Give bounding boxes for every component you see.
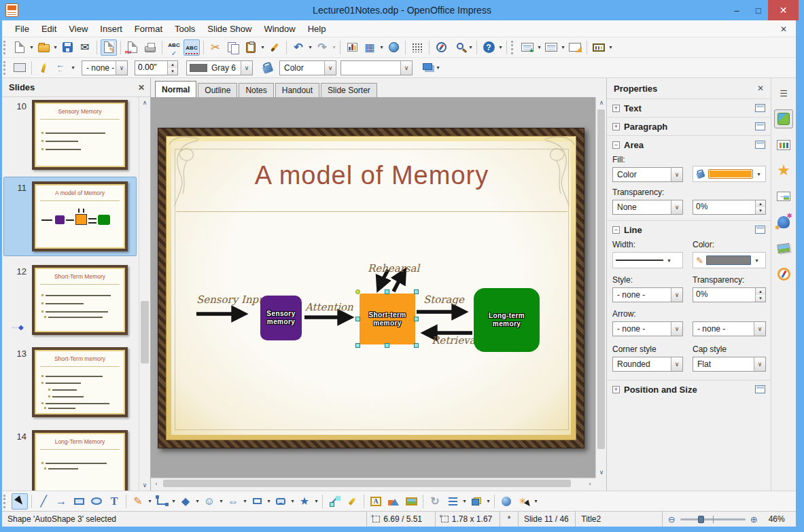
callouts-dropdown-icon[interactable]: ▾	[290, 498, 296, 504]
tab-master-pages[interactable]	[774, 135, 793, 154]
help-button[interactable]: ?	[480, 39, 497, 56]
slide-14-thumbnail[interactable]: Long-Term Memory	[32, 430, 128, 491]
collapse-icon[interactable]: −	[612, 226, 620, 234]
rectangle-tool-button[interactable]	[71, 493, 87, 510]
close-button[interactable]: ✕	[768, 0, 799, 20]
line-dialog-launcher-icon[interactable]	[755, 226, 765, 234]
insert-chart-button[interactable]	[344, 39, 360, 56]
menu-view[interactable]: View	[63, 22, 94, 36]
line-style-combobox[interactable]: - none -∨	[82, 60, 128, 75]
arrow-style-dropdown-icon[interactable]: ▾	[70, 65, 76, 71]
zoom-slider-thumb[interactable]	[698, 516, 704, 523]
toolbar-grip[interactable]	[3, 495, 8, 508]
select-tool-button[interactable]	[12, 493, 28, 510]
slide-design-button[interactable]	[567, 39, 583, 56]
new-document-button[interactable]	[12, 39, 28, 56]
redo-button[interactable]: ↷	[314, 39, 330, 56]
styles-formatting-button[interactable]	[12, 60, 28, 76]
menu-help[interactable]: Help	[302, 22, 332, 36]
glue-points-button[interactable]	[344, 493, 360, 510]
scroll-up-icon[interactable]: ∧	[139, 97, 150, 108]
curve-dropdown-icon[interactable]: ▾	[147, 498, 153, 504]
zoom-button[interactable]	[451, 39, 467, 56]
basic-shapes-dropdown-icon[interactable]: ▾	[194, 498, 200, 504]
alignment-button[interactable]	[444, 493, 461, 510]
toolbar-overflow-icon[interactable]: ▾	[497, 44, 504, 50]
edit-file-button[interactable]: ✎	[101, 39, 117, 56]
slide-editing-surface[interactable]: A model of Memory	[158, 128, 584, 448]
navigator-button[interactable]	[433, 39, 449, 56]
tab-gallery[interactable]	[774, 238, 793, 258]
new-document-dropdown-icon[interactable]: ▾	[29, 44, 35, 50]
zoom-out-icon[interactable]: ⊖	[668, 514, 676, 525]
symbol-shapes-dropdown-icon[interactable]: ▾	[218, 498, 224, 504]
callouts-button[interactable]	[273, 493, 289, 510]
menu-slideshow[interactable]: Slide Show	[201, 22, 258, 36]
line-color-combobox[interactable]: Gray 6∨	[186, 60, 253, 75]
line-width-picker[interactable]: ▾	[612, 252, 683, 268]
sensory-input-label[interactable]: Sensory Input	[196, 294, 269, 306]
tab-normal[interactable]: Normal	[155, 81, 196, 97]
fontwork-button[interactable]: A	[368, 493, 384, 510]
slide-12-thumbnail[interactable]: Short-Term Memory	[32, 265, 128, 335]
selection-handle-top-left[interactable]	[355, 289, 360, 294]
export-pdf-button[interactable]: PDF	[124, 39, 141, 56]
arrow-start-select[interactable]: - none -∨	[612, 321, 683, 336]
slide-thumbnail-row[interactable]: 12 Short-Term Memory ◆	[2, 265, 139, 341]
tab-handout[interactable]: Handout	[275, 83, 319, 97]
slides-panel-scrollbar[interactable]: ∧ ∨	[139, 97, 150, 491]
ellipse-tool-button[interactable]	[88, 493, 105, 510]
storage-label[interactable]: Storage	[423, 294, 464, 306]
fill-color-picker[interactable]: ▾	[693, 166, 766, 182]
line-style-select[interactable]: - none -∨	[612, 287, 683, 302]
sidebar-menu-icon[interactable]: ☰	[774, 84, 793, 103]
display-grid-button[interactable]	[409, 39, 425, 56]
line-transparency-spinner[interactable]: 0% ▲▼	[693, 287, 766, 302]
hyperlink-button[interactable]	[385, 39, 402, 56]
toolbar-grip[interactable]	[511, 41, 516, 54]
stars-dropdown-icon[interactable]: ▾	[313, 498, 319, 504]
insert-table-button[interactable]: ▦	[362, 39, 378, 56]
undo-dropdown-icon[interactable]: ▾	[307, 44, 313, 50]
scroll-down-icon[interactable]: ∨	[596, 467, 607, 478]
fill-type-select[interactable]: Color∨	[612, 167, 683, 182]
expand-icon[interactable]: +	[612, 105, 620, 112]
position-size-dialog-launcher-icon[interactable]	[755, 385, 765, 393]
print-button[interactable]	[142, 39, 158, 56]
menu-tools[interactable]: Tools	[169, 22, 201, 36]
slide-thumbnail-row[interactable]: 14 Long-Term Memory	[2, 430, 139, 491]
tab-slide-transition[interactable]	[774, 187, 793, 206]
slide-thumbnail-row[interactable]: 11 A model of Memory	[2, 181, 139, 258]
toolbar-grip[interactable]	[3, 41, 8, 54]
curve-tool-button[interactable]: ✎	[130, 493, 146, 510]
scrollbar-thumb[interactable]	[597, 109, 605, 449]
tab-styles[interactable]	[774, 213, 793, 232]
line-button[interactable]	[35, 60, 52, 76]
arrow-end-select[interactable]: - none -∨	[693, 321, 766, 336]
selection-handle-right[interactable]	[414, 317, 419, 321]
menu-file[interactable]: File	[9, 22, 35, 36]
stars-button[interactable]: ★	[296, 493, 313, 510]
shadow-button[interactable]	[418, 60, 434, 76]
corner-style-select[interactable]: Rounded∨	[612, 357, 683, 372]
insert-picture-button[interactable]	[403, 493, 419, 510]
copy-button[interactable]	[225, 39, 241, 56]
menu-edit[interactable]: Edit	[35, 22, 63, 36]
menu-insert[interactable]: Insert	[94, 22, 128, 36]
rotate-button[interactable]: ↻	[427, 493, 443, 510]
selection-handle-left[interactable]	[355, 317, 360, 321]
format-paintbrush-button[interactable]	[266, 39, 283, 56]
tab-properties[interactable]	[774, 109, 793, 128]
undo-button[interactable]: ↶	[290, 39, 307, 56]
selection-handle-bottom-right[interactable]	[414, 343, 419, 348]
alignment-dropdown-icon[interactable]: ▾	[461, 498, 468, 504]
attention-label[interactable]: Attention	[305, 301, 353, 313]
minimize-button[interactable]: –	[726, 0, 748, 20]
interaction-button[interactable]: ✳	[516, 493, 532, 510]
horizontal-scrollbar[interactable]: ‹ ›	[151, 478, 595, 489]
block-arrows-button[interactable]: ⇔	[225, 493, 241, 510]
line-tool-button[interactable]: ╱	[35, 493, 52, 510]
text-dialog-launcher-icon[interactable]	[755, 104, 765, 112]
basic-shapes-button[interactable]: ◆	[177, 493, 194, 510]
short-term-memory-box[interactable]: Short-term memory	[360, 294, 415, 344]
